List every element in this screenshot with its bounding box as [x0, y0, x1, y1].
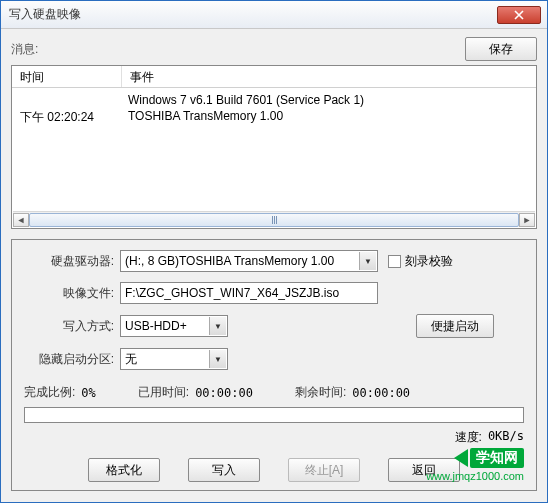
- elapsed-label: 已用时间:: [138, 384, 189, 401]
- log-body: Windows 7 v6.1 Build 7601 (Service Pack …: [12, 88, 536, 131]
- close-icon: [514, 10, 524, 20]
- close-button[interactable]: [497, 6, 541, 24]
- elapsed-value: 00:00:00: [195, 386, 253, 400]
- write-disk-image-window: 写入硬盘映像 消息: 保存 时间 事件 Windows 7 v6.1 Build…: [0, 0, 548, 503]
- write-mode-label: 写入方式:: [24, 318, 120, 335]
- log-panel: 时间 事件 Windows 7 v6.1 Build 7601 (Service…: [11, 65, 537, 229]
- table-row[interactable]: Windows 7 v6.1 Build 7601 (Service Pack …: [12, 92, 536, 108]
- log-header: 时间 事件: [12, 66, 536, 88]
- remaining-value: 00:00:00: [352, 386, 410, 400]
- verify-checkbox[interactable]: [388, 255, 401, 268]
- abort-button: 终止[A]: [288, 458, 360, 482]
- percent-value: 0%: [81, 386, 95, 400]
- scroll-track[interactable]: [29, 213, 519, 227]
- speed-value: 0KB/s: [488, 429, 524, 446]
- arrow-icon: [454, 449, 468, 467]
- drive-combo[interactable]: (H:, 8 GB)TOSHIBA TransMemory 1.00 ▼: [120, 250, 378, 272]
- table-row[interactable]: 下午 02:20:24 TOSHIBA TransMemory 1.00: [12, 108, 536, 127]
- quick-boot-button[interactable]: 便捷启动: [416, 314, 494, 338]
- window-title: 写入硬盘映像: [9, 6, 81, 23]
- messages-label: 消息:: [11, 41, 38, 58]
- format-button[interactable]: 格式化: [88, 458, 160, 482]
- speed-label: 速度:: [455, 429, 482, 446]
- col-event[interactable]: 事件: [122, 66, 536, 87]
- chevron-down-icon[interactable]: ▼: [209, 350, 226, 368]
- scroll-right-arrow[interactable]: ►: [519, 213, 535, 227]
- watermark-text: 学知网: [470, 448, 524, 468]
- percent-label: 完成比例:: [24, 384, 75, 401]
- image-label: 映像文件:: [24, 285, 120, 302]
- scroll-left-arrow[interactable]: ◄: [13, 213, 29, 227]
- verify-label: 刻录校验: [405, 253, 453, 270]
- horizontal-scrollbar[interactable]: ◄ ►: [13, 211, 535, 227]
- write-button[interactable]: 写入: [188, 458, 260, 482]
- titlebar[interactable]: 写入硬盘映像: [1, 1, 547, 29]
- hidden-partition-label: 隐藏启动分区:: [24, 351, 120, 368]
- chevron-down-icon[interactable]: ▼: [209, 317, 226, 335]
- write-mode-combo[interactable]: USB-HDD+ ▼: [120, 315, 228, 337]
- stats-row: 完成比例: 0% 已用时间: 00:00:00 剩余时间: 00:00:00: [24, 384, 524, 401]
- hidden-partition-combo[interactable]: 无 ▼: [120, 348, 228, 370]
- remaining-label: 剩余时间:: [295, 384, 346, 401]
- watermark: 学知网 www.jmqz1000.com: [426, 448, 524, 482]
- action-buttons: 格式化 写入 终止[A] 返回 学知网 www.jmqz1000.com: [24, 458, 524, 482]
- form-panel: 硬盘驱动器: (H:, 8 GB)TOSHIBA TransMemory 1.0…: [11, 239, 537, 491]
- scroll-thumb[interactable]: [29, 213, 519, 227]
- drive-label: 硬盘驱动器:: [24, 253, 120, 270]
- save-button[interactable]: 保存: [465, 37, 537, 61]
- watermark-url: www.jmqz1000.com: [426, 470, 524, 482]
- image-path-input[interactable]: F:\ZGC_GHOST_WIN7_X64_JSZJB.iso: [120, 282, 378, 304]
- col-time[interactable]: 时间: [12, 66, 122, 87]
- progress-bar: [24, 407, 524, 423]
- chevron-down-icon[interactable]: ▼: [359, 252, 376, 270]
- verify-checkbox-wrap[interactable]: 刻录校验: [388, 253, 453, 270]
